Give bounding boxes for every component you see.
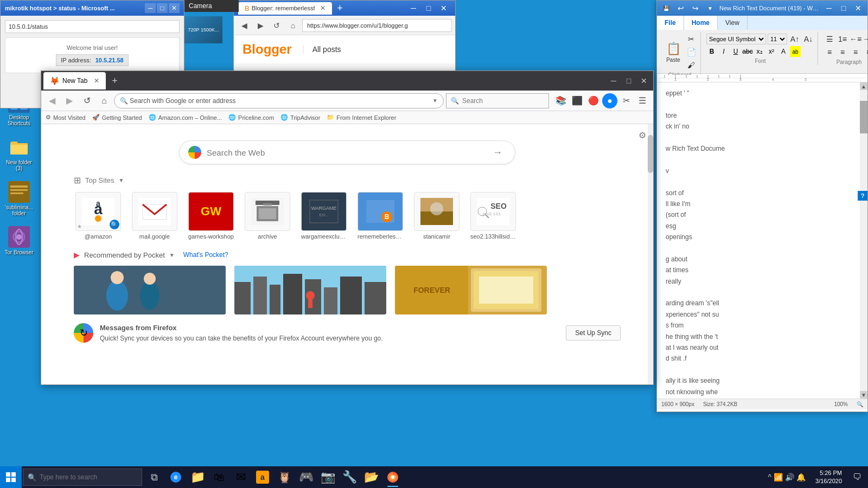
container-icon[interactable]: ● <box>602 93 617 108</box>
italic-btn[interactable]: I <box>718 46 729 57</box>
firefox-newtab-tab[interactable]: 🦊 New Tab ✕ <box>43 72 106 89</box>
blogger-new-tab-btn[interactable]: + <box>332 1 347 16</box>
topsite-stanicamir[interactable]: stanicamir <box>412 192 461 240</box>
strikethrough-btn[interactable]: abc <box>742 46 753 57</box>
indent-decrease-btn[interactable]: ←≡ <box>850 33 861 45</box>
bookmark-ie[interactable]: 📁 From Internet Explorer <box>327 114 396 121</box>
firefox-back-btn[interactable]: ◀ <box>44 93 60 108</box>
volume-icon[interactable]: 🔊 <box>785 473 794 481</box>
blogger-refresh-btn[interactable]: ↺ <box>270 18 284 33</box>
bookmark-getting-started[interactable]: 🚀 Getting Started <box>92 114 142 121</box>
blogger-address-bar[interactable]: https://www.blogger.com/u/1/blogger.g <box>302 19 452 32</box>
bookmark-most-visited[interactable]: ⚙ Most Visited <box>46 114 86 121</box>
topsite-wargames[interactable]: WARGAME EXI... wargameexclusi... <box>299 192 348 240</box>
statusbar-zoom-icon[interactable]: 🔍 <box>857 401 863 407</box>
start-button[interactable] <box>0 466 22 488</box>
font-grow-btn[interactable]: A↑ <box>789 33 801 45</box>
firefox-maximize-btn[interactable]: □ <box>622 74 636 88</box>
set-up-sync-button[interactable]: Set Up Sync <box>566 325 621 341</box>
bookmark-tripadvisor[interactable]: 🌐 TripAdvisor <box>280 114 320 121</box>
blogger-home-btn[interactable]: ⌂ <box>286 18 300 33</box>
font-color-btn[interactable]: A <box>778 46 789 57</box>
taskbar-file-explorer[interactable]: 📁 <box>187 466 208 488</box>
action-center-btn[interactable]: 🗨 <box>848 466 866 488</box>
wordpad-close-btn[interactable]: ✕ <box>851 2 865 15</box>
bookmark-amazon[interactable]: 🌐 Amazon.com – Online... <box>149 114 222 121</box>
topsite-archive[interactable]: archive <box>243 192 292 240</box>
wordpad-redo-btn[interactable]: ↪ <box>688 2 703 15</box>
taskbar-ie[interactable]: e <box>165 466 187 488</box>
taskbar-camera-app[interactable]: 📷 <box>317 466 339 488</box>
blogger-tab[interactable]: B Blogger: rememberlessf ✕ <box>238 2 332 15</box>
taskbar-mail[interactable]: ✉ <box>230 466 252 488</box>
align-right-btn[interactable]: ≡ <box>850 46 861 58</box>
taskview-btn[interactable]: ⧉ <box>143 466 165 488</box>
firefox-minimize-btn[interactable]: ─ <box>607 74 621 88</box>
google-search-submit[interactable]: → <box>489 144 506 161</box>
font-size-select[interactable]: 11 <box>768 34 787 44</box>
blogger-maximize-btn[interactable]: □ <box>422 2 436 15</box>
desktop-icon-subliminal[interactable]: 'sublimina... folder <box>2 179 36 219</box>
desktop-icon-new-folder[interactable]: New folder (3) <box>2 134 36 174</box>
ribbon-tab-file[interactable]: File <box>657 16 684 30</box>
topsite-gmail[interactable]: mail.google <box>130 192 179 240</box>
cut-btn[interactable]: ✂ <box>685 33 697 45</box>
mikrotik-minimize-btn[interactable]: ─ <box>145 3 156 13</box>
top-sites-dropdown-icon[interactable]: ▼ <box>118 177 124 183</box>
menu-icon[interactable]: ☰ <box>635 93 650 108</box>
wordpad-scrollbar[interactable]: ▲ ▼ <box>860 82 867 399</box>
blogger-back-btn[interactable]: ◀ <box>237 18 251 33</box>
ribbon-tab-view[interactable]: View <box>718 16 748 30</box>
justify-btn[interactable]: ≡ <box>863 46 868 58</box>
blogger-minimize-btn[interactable]: ─ <box>406 2 420 15</box>
subscript-btn[interactable]: x₂ <box>754 46 765 57</box>
pocket-card-3[interactable]: FOREVER <box>395 266 547 314</box>
network-icon[interactable]: 📶 <box>774 473 783 481</box>
ribbon-paste-btn[interactable]: 📋 Paste <box>662 39 684 65</box>
wordpad-undo-btn[interactable]: ↩ <box>674 2 688 15</box>
blogger-close-btn[interactable]: ✕ <box>437 2 451 15</box>
firefox-close-btn[interactable]: ✕ <box>637 74 651 88</box>
taskbar-search[interactable]: 🔍 <box>23 468 142 486</box>
wordpad-maximize-btn[interactable]: □ <box>837 2 851 15</box>
pocket-card-1[interactable] <box>74 266 226 314</box>
firefox-new-tab-button[interactable]: + <box>107 73 122 88</box>
wordpad-qa-dropdown-btn[interactable]: ▼ <box>703 2 717 15</box>
firefox-address-bar[interactable]: 🔍 Search with Google or enter address ▼ <box>114 93 444 108</box>
pocket-card-2[interactable] <box>234 266 386 314</box>
taskbar-search-input[interactable] <box>40 473 137 481</box>
tray-expand-icon[interactable]: ^ <box>768 473 771 481</box>
topsite-rememberless[interactable]: B rememeberlessf... <box>356 192 405 240</box>
mikrotik-close-btn[interactable]: ✕ <box>169 3 180 13</box>
format-paint-btn[interactable]: 🖌 <box>685 59 697 71</box>
system-clock[interactable]: 5:26 PM 3/16/2020 <box>811 469 846 486</box>
google-search-box[interactable]: Search the Web → <box>179 140 515 164</box>
pocket-icon[interactable]: 🔴 <box>586 93 601 108</box>
bookmark-priceline[interactable]: 🌐 Priceline.com <box>228 114 274 121</box>
topsite-amazon[interactable]: a a 🔍 ★ @amazon <box>74 192 123 240</box>
library-icon[interactable]: 📚 <box>553 93 569 108</box>
taskbar-folder2[interactable]: 📂 <box>360 466 382 488</box>
topsite-gw[interactable]: GW games-workshop <box>187 192 235 240</box>
font-family-select[interactable]: Segoe UI Symbol <box>706 34 766 44</box>
firefox-refresh-btn[interactable]: ↺ <box>79 93 94 108</box>
wordpad-help-btn[interactable]: ? <box>858 191 867 201</box>
indent-increase-btn[interactable]: →≡ <box>863 33 868 45</box>
taskbar-store[interactable]: 🛍 <box>208 466 230 488</box>
wp-scroll-up-btn[interactable]: ▲ <box>860 82 867 90</box>
ribbon-tab-home[interactable]: Home <box>684 16 718 30</box>
bullets-btn[interactable]: ☰ <box>824 33 835 45</box>
taskbar-unknown1[interactable]: 🎮 <box>295 466 317 488</box>
wordpad-minimize-btn[interactable]: ─ <box>822 2 836 15</box>
align-center-btn[interactable]: ≡ <box>837 46 848 58</box>
firefox-forward-btn[interactable]: ▶ <box>62 93 77 108</box>
desktop-icon-tor[interactable]: Tor Browser <box>2 224 36 258</box>
superscript-btn[interactable]: x² <box>766 46 777 57</box>
new-tab-settings-icon[interactable]: ⚙ <box>636 129 649 142</box>
numbers-btn[interactable]: 1≡ <box>837 33 848 45</box>
blogger-tab-close[interactable]: ✕ <box>320 4 326 12</box>
screenshot-icon[interactable]: ✂ <box>618 93 634 108</box>
mikrotik-maximize-btn[interactable]: □ <box>157 3 168 13</box>
taskbar-firefox[interactable] <box>382 466 404 488</box>
wordpad-text-content[interactable]: eppet ' " tore ck in' no w Rich Text Doc… <box>657 82 860 399</box>
